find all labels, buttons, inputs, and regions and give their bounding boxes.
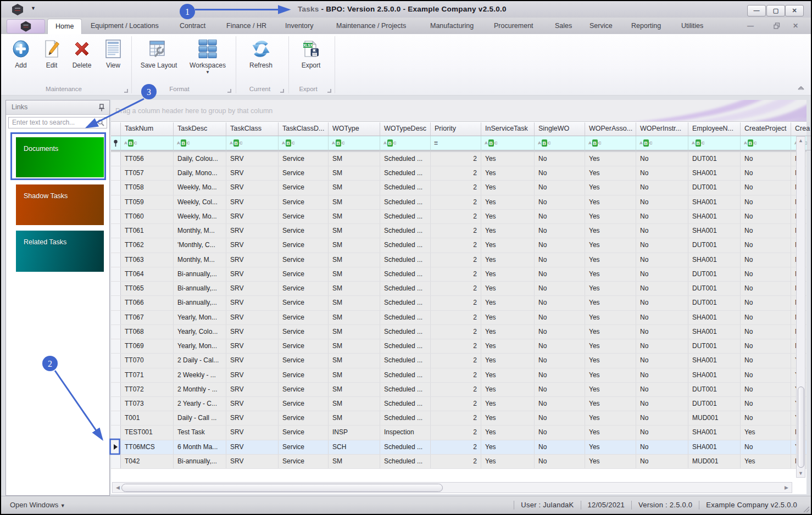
cell[interactable]: 2 (431, 455, 481, 468)
cell[interactable]: Service (279, 455, 329, 468)
vertical-scroll-thumb[interactable] (798, 387, 804, 468)
pin-icon[interactable] (98, 104, 105, 111)
cell[interactable]: No (741, 311, 791, 324)
cell[interactable]: No (535, 152, 585, 166)
column-header-singlewo[interactable]: SingleWO (535, 122, 585, 136)
cell[interactable]: Scheduled ... (380, 411, 431, 425)
column-header-taskclass[interactable]: TaskClass (226, 122, 279, 136)
cell[interactable]: Inspection (380, 426, 431, 439)
cell[interactable]: No (636, 368, 688, 382)
cell[interactable]: Scheduled ... (380, 210, 431, 223)
cell[interactable]: SM (329, 267, 380, 281)
quick-access-caret-icon[interactable]: ▼ (31, 5, 36, 11)
cell[interactable]: TT065 (121, 282, 174, 295)
cell[interactable]: No (535, 166, 585, 180)
cell[interactable]: SM (329, 325, 380, 339)
cell[interactable]: Yes (481, 224, 535, 238)
cell[interactable]: Yes (585, 224, 636, 238)
cell[interactable]: Yes (585, 210, 636, 223)
cell[interactable]: Service (279, 224, 329, 238)
cell[interactable]: SRV (226, 195, 279, 209)
cell[interactable]: SRV (226, 397, 279, 411)
cell[interactable]: Yes (481, 339, 535, 353)
cell[interactable]: Weekly, Col... (174, 195, 226, 209)
cell[interactable]: No (636, 224, 688, 238)
cell[interactable]: SRV (226, 339, 279, 353)
cell[interactable]: Scheduled ... (380, 238, 431, 252)
cell[interactable]: No (636, 426, 688, 439)
cell[interactable]: Yes (585, 354, 636, 367)
cell[interactable]: TT056 (121, 152, 174, 166)
filter-cell-9[interactable]: ABC (585, 136, 636, 150)
task-row-t001[interactable]: T001Daily - Call ...SRVServiceSMSchedule… (111, 411, 807, 426)
cell[interactable]: TT061 (121, 224, 174, 238)
cell[interactable]: TT062 (121, 238, 174, 252)
cell[interactable]: SRV (226, 311, 279, 324)
cell[interactable]: 2 (431, 181, 481, 194)
column-header-wotype[interactable]: WOType (329, 122, 380, 136)
cell[interactable]: 2 (431, 195, 481, 209)
ribbon-collapse-icon[interactable] (797, 85, 805, 93)
open-windows-button[interactable]: Open Windows ▼ (10, 496, 65, 514)
cell[interactable]: No (636, 325, 688, 339)
cell[interactable]: TT070 (121, 354, 174, 367)
resize-grip[interactable] (803, 506, 809, 512)
cell[interactable]: Service (279, 296, 329, 310)
ribbon-restore-icon[interactable] (774, 18, 780, 34)
cell[interactable]: Service (279, 267, 329, 281)
cell[interactable]: Yes (585, 181, 636, 194)
cell[interactable]: No (741, 354, 791, 367)
horizontal-scroll-thumb[interactable] (121, 484, 443, 492)
cell[interactable]: Weekly, Mo... (174, 181, 226, 194)
cell[interactable]: No (535, 282, 585, 295)
cell[interactable]: Yes (481, 383, 535, 396)
cell[interactable]: No (636, 455, 688, 468)
cell[interactable]: SHA001 (688, 195, 741, 209)
cell[interactable]: SHA001 (688, 325, 741, 339)
cell[interactable]: No (636, 152, 688, 166)
cell[interactable]: 2 (431, 311, 481, 324)
scroll-right-icon[interactable]: ▶ (785, 483, 788, 493)
add-button[interactable]: Add (9, 38, 33, 69)
cell[interactable]: Yes (585, 339, 636, 353)
filter-cell-10[interactable]: ABC (636, 136, 688, 150)
cell[interactable]: Service (279, 181, 329, 194)
cell[interactable]: SM (329, 311, 380, 324)
column-header-wotypedesc[interactable]: WOTypeDesc (380, 122, 431, 136)
task-row-tt064[interactable]: TT064Bi-annually,...SRVServiceSMSchedule… (111, 267, 807, 282)
cell[interactable]: SRV (226, 455, 279, 468)
cell[interactable]: MUD001 (688, 455, 741, 468)
cell[interactable]: DUT001 (688, 238, 741, 252)
cell[interactable]: SM (329, 339, 380, 353)
cell[interactable]: No (636, 440, 688, 454)
cell[interactable]: Yes (741, 426, 791, 439)
cell[interactable]: No (535, 397, 585, 411)
cell[interactable]: No (535, 311, 585, 324)
cell[interactable]: No (741, 339, 791, 353)
cell[interactable]: SCH (329, 440, 380, 454)
save-layout-button[interactable]: Save Layout (137, 38, 180, 69)
cell[interactable]: 2 (431, 296, 481, 310)
cell[interactable]: TT068 (121, 325, 174, 339)
cell[interactable]: Yes (481, 397, 535, 411)
cell[interactable]: 2 Yearly - C... (174, 397, 226, 411)
cell[interactable]: 6 Month Ma... (174, 440, 226, 454)
cell[interactable]: 2 (431, 152, 481, 166)
cell[interactable]: SHA001 (688, 253, 741, 267)
application-button[interactable] (7, 19, 45, 33)
cell[interactable]: SRV (226, 238, 279, 252)
export-button[interactable]: XLSX Export (297, 38, 325, 69)
minimize-button[interactable]: — (747, 5, 766, 16)
cell[interactable]: Scheduled ... (380, 195, 431, 209)
cell[interactable]: Yes (481, 296, 535, 310)
cell[interactable]: Yes (585, 383, 636, 396)
links-search-input[interactable]: Enter text to search... (8, 117, 107, 128)
cell[interactable]: Yes (481, 195, 535, 209)
cell[interactable]: Scheduled ... (380, 267, 431, 281)
cell[interactable]: Yes (585, 238, 636, 252)
cell[interactable]: Yes (585, 455, 636, 468)
cell[interactable]: No (741, 411, 791, 425)
cell[interactable]: SRV (226, 152, 279, 166)
cell[interactable]: Scheduled ... (380, 166, 431, 180)
cell[interactable]: SHA001 (688, 210, 741, 223)
